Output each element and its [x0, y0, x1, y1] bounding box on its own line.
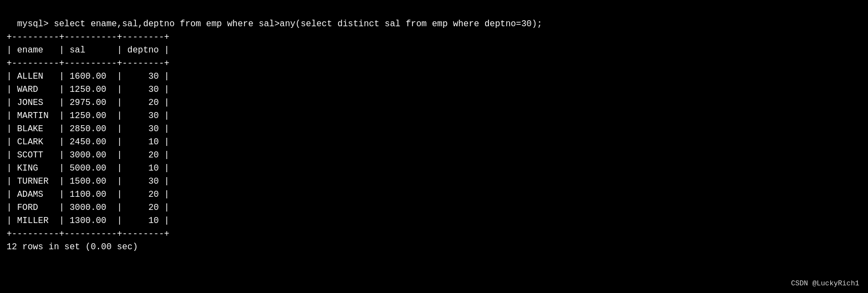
table-row: | KING | 5000.00 | 10 | [7, 162, 861, 175]
table-row: | FORD | 3000.00 | 20 | [7, 201, 861, 214]
table-row: | ADAMS | 1100.00 | 20 | [7, 188, 861, 201]
table-bottom-separator: +---------+----------+--------+ [7, 227, 861, 241]
table-row: | TURNER | 1500.00 | 30 | [7, 175, 861, 188]
table-row: | JONES | 2975.00 | 20 | [7, 96, 861, 109]
table-row: | BLAKE | 2850.00 | 30 | [7, 122, 861, 136]
table-header-separator: +---------+----------+--------+ [7, 57, 861, 70]
result-footer: 12 rows in set (0.00 sec) [7, 241, 861, 254]
table-row: | WARD | 1250.00 | 30 | [7, 83, 861, 96]
table-row: | ALLEN | 1600.00 | 30 | [7, 70, 861, 83]
table-header: | ename | sal | deptno | [7, 44, 861, 57]
table-row: | MILLER | 1300.00 | 10 | [7, 214, 861, 227]
mysql-prompt: mysql> [17, 19, 49, 29]
table-body: | ALLEN | 1600.00 | 30 || WARD | 1250.00… [7, 70, 861, 227]
table-top-separator: +---------+----------+--------+ [7, 31, 861, 44]
table-row: | SCOTT | 3000.00 | 20 | [7, 149, 861, 162]
table-row: | MARTIN | 1250.00 | 30 | [7, 109, 861, 122]
terminal-output: mysql> select ename,sal,deptno from emp … [7, 4, 861, 31]
sql-command: select ename,sal,deptno from emp where s… [49, 19, 543, 29]
table-row: | CLARK | 2450.00 | 10 | [7, 136, 861, 149]
watermark: CSDN @LuckyRich1 [791, 279, 859, 288]
